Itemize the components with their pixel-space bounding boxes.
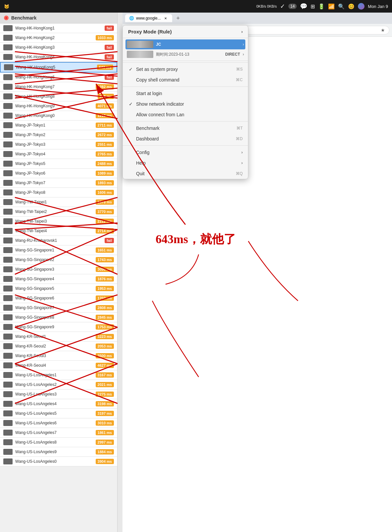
- benchmark-title: Benchmark: [11, 15, 36, 21]
- new-tab-button[interactable]: +: [173, 14, 183, 23]
- browser-tab[interactable]: 🌐 www.google... ✕: [125, 14, 172, 22]
- server-badge: 3198 ms: [96, 401, 114, 406]
- server-item[interactable]: Wang-SG-Singapore72808 ms: [0, 303, 117, 313]
- server-item[interactable]: Wang-TW-Taipei23770 ms: [0, 207, 117, 217]
- proxy-mode-label: Proxy Mode (Rule): [128, 29, 172, 34]
- server-item[interactable]: Wang-HK-HongKong3fail: [0, 43, 117, 52]
- server-name: Wang-HK-HongKong3: [15, 45, 105, 50]
- server-name: Wang-US-LosAngeles5: [15, 411, 96, 416]
- server-icon: [3, 84, 13, 90]
- server-item[interactable]: Wang-US-LosAngeles71861 ms: [0, 428, 117, 438]
- divider-3: [123, 121, 248, 122]
- start-login-item[interactable]: Start at login: [123, 88, 248, 99]
- dashboard-item[interactable]: Dashboard ⌘D: [123, 133, 248, 144]
- server-item[interactable]: Wang-JP-Tokyo32551 ms: [0, 140, 117, 149]
- server-item[interactable]: Wang-US-LosAngeles91884 ms: [0, 447, 117, 457]
- direct-proxy-item[interactable]: 期时间:2023-01-13 DIRECT ›: [125, 49, 245, 59]
- server-icon: [3, 44, 13, 50]
- server-item[interactable]: Wang-KR-Seoul44627 ms: [0, 361, 117, 370]
- server-item[interactable]: Wang-SG-Singapore11651 ms: [0, 245, 117, 255]
- server-item[interactable]: Wang-HK-HongKong8198 ms: [0, 92, 117, 101]
- server-item[interactable]: Wang-SG-Singapore61703 ms: [0, 293, 117, 303]
- benchmark-item[interactable]: Benchmark ⌘T: [123, 123, 248, 133]
- server-badge: 2212 ms: [96, 219, 114, 224]
- server-item[interactable]: Wang-KR-Seoul33500 ms: [0, 351, 117, 361]
- server-item[interactable]: Wang-HK-HongKong1fail: [0, 24, 117, 33]
- server-item[interactable]: Wang-SG-Singapore41876 ms: [0, 274, 117, 284]
- server-item[interactable]: Wang-US-LosAngeles43198 ms: [0, 399, 117, 409]
- server-badge: 2551 ms: [96, 142, 114, 147]
- server-item[interactable]: Wang-JP-Tokyo61089 ms: [0, 169, 117, 178]
- server-item[interactable]: Wang-US-LosAngeles03904 ms: [0, 457, 117, 466]
- copy-shell-item[interactable]: Copy shell command ⌘C: [123, 75, 248, 85]
- server-item[interactable]: Wang-US-LosAngeles32275 ms: [0, 390, 117, 399]
- server-name: Wang-US-LosAngeles2: [15, 382, 96, 387]
- server-item[interactable]: Wang-HK-HongKong94071 ms: [0, 101, 117, 111]
- server-item[interactable]: Wang-JP-Tokyo42765 ms: [0, 149, 117, 159]
- check-circle-icon: ✓: [280, 3, 285, 10]
- server-item[interactable]: Wang-HK-HongKong21033 ms: [0, 33, 117, 43]
- server-item[interactable]: Wang-SG-Singapore33090 ms: [0, 265, 117, 274]
- server-item[interactable]: Wang-HK-HongKong71282 ms: [0, 82, 117, 92]
- tab-close-button[interactable]: ✕: [163, 16, 168, 21]
- server-icon: [3, 372, 13, 378]
- close-button[interactable]: ×: [4, 16, 9, 20]
- server-item[interactable]: Wang-JP-Tokyo71893 ms: [0, 178, 117, 188]
- config-item[interactable]: Config ›: [123, 147, 248, 158]
- server-item[interactable]: Wang-HK-HongKong5643 ms: [0, 62, 117, 73]
- server-item[interactable]: Wang-JP-Tokyo52488 ms: [0, 159, 117, 169]
- help-label: Help: [136, 160, 146, 166]
- server-item[interactable]: Wang-HK-HongKong01216 ms: [0, 111, 117, 121]
- server-icon: [3, 218, 13, 224]
- active-proxy-item[interactable]: JC ›: [125, 39, 245, 49]
- allow-lan-item[interactable]: Allow connect from Lan: [123, 109, 248, 120]
- help-item[interactable]: Help ›: [123, 158, 248, 168]
- server-item[interactable]: Wang-JP-Tokyo22672 ms: [0, 130, 117, 140]
- server-item[interactable]: Wang-HK-HongKong6fail: [0, 73, 117, 82]
- server-icon: [3, 382, 13, 388]
- server-icon: [3, 314, 13, 320]
- server-name: Wang-HK-HongKong8: [15, 94, 98, 99]
- server-icon: [3, 449, 13, 455]
- server-item[interactable]: Wang-KR-Seoul22053 ms: [0, 342, 117, 351]
- server-item[interactable]: Wang-SG-Singapore51953 ms: [0, 284, 117, 293]
- server-item[interactable]: Wang-US-LosAngeles82997 ms: [0, 438, 117, 447]
- server-item[interactable]: Wang-TW-Taipei32212 ms: [0, 217, 117, 226]
- server-icon: [3, 25, 13, 31]
- server-item[interactable]: Wang-TW-Taipei11578 ms: [0, 197, 117, 207]
- quit-item[interactable]: Quit ⌘Q: [123, 168, 248, 179]
- server-icon: [4, 64, 13, 70]
- server-icon: [3, 458, 13, 464]
- server-item[interactable]: Wang-HK-HongKong4fail: [0, 52, 117, 62]
- server-item[interactable]: Wang-US-LosAngeles53197 ms: [0, 409, 117, 418]
- server-icon: [3, 257, 13, 263]
- server-item[interactable]: Wang-SG-Singapore82845 ms: [0, 313, 117, 322]
- server-item[interactable]: Wang-KR-Seoul13223 ms: [0, 332, 117, 342]
- server-badge: 1703 ms: [96, 295, 114, 301]
- search-icon[interactable]: 🔍: [338, 3, 345, 10]
- server-icon: [3, 410, 13, 416]
- server-name: Wang-HK-HongKong1: [15, 26, 105, 30]
- server-item[interactable]: Wang-US-LosAngeles22021 ms: [0, 380, 117, 390]
- server-item[interactable]: Wang-SG-Singapore21743 ms: [0, 255, 117, 265]
- proxy-mode-arrow: ›: [241, 29, 243, 34]
- server-item[interactable]: Wang-JP-Tokyo12711 ms: [0, 121, 117, 130]
- server-icon: [3, 199, 13, 205]
- server-icon: [3, 420, 13, 426]
- show-network-item[interactable]: ✓ Show network indicator: [123, 99, 248, 109]
- allow-lan-label: Allow connect from Lan: [136, 112, 184, 117]
- server-name: Wang-US-LosAngeles0: [15, 459, 96, 464]
- set-proxy-label: Set as system proxy: [136, 67, 178, 72]
- server-list[interactable]: Wang-HK-HongKong1failWang-HK-HongKong210…: [0, 24, 117, 530]
- server-item[interactable]: Wang-JP-Tokyo81606 ms: [0, 188, 117, 197]
- badge-count: 14: [288, 4, 297, 9]
- server-item[interactable]: Wang-SG-Singapore91753 ms: [0, 322, 117, 332]
- server-item[interactable]: Wang-US-LosAngeles13167 ms: [0, 370, 117, 380]
- set-proxy-item[interactable]: ✓ Set as system proxy ⌘S: [123, 64, 248, 75]
- server-badge: 2997 ms: [96, 440, 114, 445]
- proxy-mode-item[interactable]: Proxy Mode (Rule) ›: [123, 26, 248, 38]
- server-item[interactable]: Wang-RU-Khabarovsk1fail: [0, 236, 117, 245]
- server-item[interactable]: Wang-US-LosAngeles63010 ms: [0, 418, 117, 428]
- quit-shortcut: ⌘Q: [236, 171, 243, 176]
- server-item[interactable]: Wang-TW-Taipei42714 ms: [0, 226, 117, 236]
